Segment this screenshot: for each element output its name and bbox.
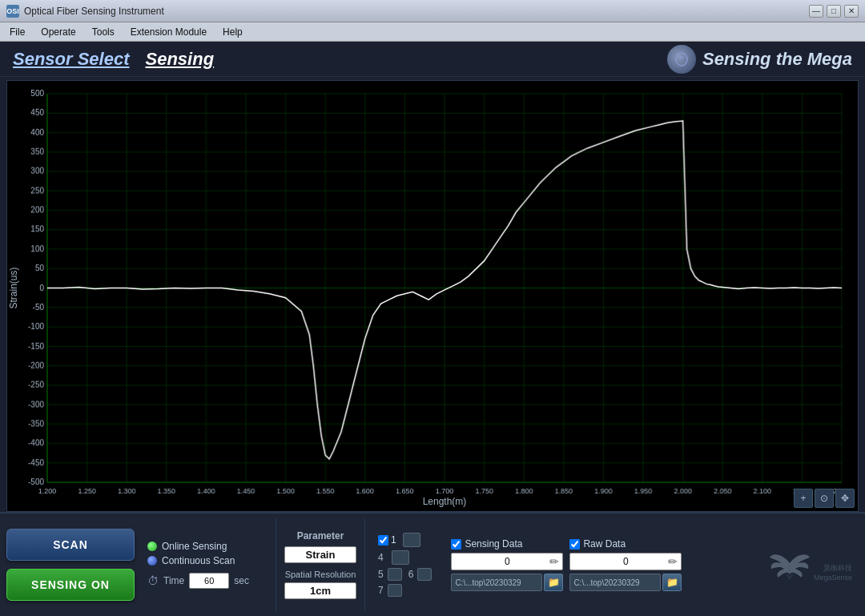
nav-sensing[interactable]: Sensing xyxy=(146,49,215,70)
menu-file[interactable]: File xyxy=(3,25,31,39)
menu-extension[interactable]: Extension Module xyxy=(124,25,213,39)
header-nav: Sensor Select Sensing Sensing the Mega xyxy=(0,42,865,77)
time-row: ⏱ Time sec xyxy=(147,573,263,589)
raw-data-label: Raw Data xyxy=(583,538,626,550)
raw-data-value-box: 0 ✏ xyxy=(569,553,682,570)
titlebar: OSI Optical Fiber Sensing Instrument — □… xyxy=(0,0,865,22)
channel-row-4: 7 xyxy=(378,584,432,597)
sensing-data-folder-button[interactable]: 📁 xyxy=(544,574,563,591)
channel-row-3: 5 6 xyxy=(378,568,432,581)
channel-row-2: 4 xyxy=(378,550,432,565)
app-icon: OSI xyxy=(6,5,19,18)
continuous-scan-row: Continuous Scan xyxy=(147,555,263,566)
channel-6: 6 xyxy=(408,568,432,581)
channel-4-label: 4 xyxy=(378,552,384,563)
channel-6-box xyxy=(417,568,432,581)
channel-panel: 1 4 5 6 xyxy=(372,518,438,611)
app-title: Optical Fiber Sensing Instrument xyxy=(24,6,804,17)
continuous-scan-led xyxy=(147,556,157,566)
channel-1-checkbox[interactable] xyxy=(378,535,388,546)
window-controls: — □ ✕ xyxy=(809,5,859,18)
chart-container: + ⊙ ✥ xyxy=(6,80,859,512)
channel-6-label: 6 xyxy=(408,569,414,580)
scan-button[interactable]: SCAN xyxy=(6,529,135,561)
megasense-watermark: 昊衡科技 MegaSense xyxy=(814,563,852,583)
sensing-data-value-box: 0 ✏ xyxy=(451,553,563,570)
brand-text: Sensing the Mega xyxy=(702,49,852,70)
time-icon: ⏱ xyxy=(147,574,159,587)
nav-sensor-select[interactable]: Sensor Select xyxy=(13,49,130,70)
maximize-button[interactable]: □ xyxy=(827,5,841,18)
chart-controls: + ⊙ ✥ xyxy=(794,489,855,508)
channel-7-label: 7 xyxy=(378,585,384,596)
minimize-button[interactable]: — xyxy=(809,5,823,18)
channel-5-box xyxy=(388,568,402,581)
sensing-data-value: 0 xyxy=(505,556,510,567)
channel-1: 1 xyxy=(378,533,396,547)
brand-bird-logo xyxy=(766,543,814,583)
sensing-data-checkbox[interactable] xyxy=(451,539,461,550)
sensing-data-path: C:\...top\20230329 xyxy=(451,574,542,591)
parameter-panel: Parameter Strain Spatial Resolution 1cm xyxy=(276,518,365,611)
zoom-out-button[interactable]: ⊙ xyxy=(815,489,834,508)
online-sensing-label: Online Sensing xyxy=(162,541,227,552)
time-unit: sec xyxy=(234,575,249,586)
brand-logo xyxy=(667,45,696,74)
zoom-in-button[interactable]: + xyxy=(794,489,813,508)
raw-data-path-row: C:\...top\20230329 📁 xyxy=(569,574,682,591)
menubar: File Operate Tools Extension Module Help xyxy=(0,22,865,42)
pan-button[interactable]: ✥ xyxy=(835,489,855,508)
menu-operate[interactable]: Operate xyxy=(34,25,82,39)
continuous-scan-label: Continuous Scan xyxy=(162,555,235,566)
parameter-value[interactable]: Strain xyxy=(284,546,356,563)
spatial-resolution-label: Spatial Resolution xyxy=(285,570,356,579)
sensing-options-panel: Online Sensing Continuous Scan ⏱ Time se… xyxy=(141,518,269,611)
raw-data-checkbox[interactable] xyxy=(569,539,580,550)
channel-2-box xyxy=(403,533,420,547)
sensing-data-header: Sensing Data xyxy=(451,538,563,550)
data-panels: Sensing Data 0 ✏ C:\...top\20230329 📁 Ra… xyxy=(445,518,859,611)
raw-data-panel: Raw Data 0 ✏ C:\...top\20230329 📁 xyxy=(569,538,682,591)
raw-data-header: Raw Data xyxy=(569,538,682,550)
raw-data-value: 0 xyxy=(623,556,629,567)
spatial-resolution-value[interactable]: 1cm xyxy=(284,582,356,599)
sensing-on-button[interactable]: SENSING ON xyxy=(6,569,135,601)
online-sensing-led xyxy=(147,542,157,551)
channel-7: 7 xyxy=(378,584,402,597)
raw-data-path: C:\...top\20230329 xyxy=(569,574,661,591)
chart-canvas xyxy=(7,81,858,511)
scan-buttons: SCAN SENSING ON xyxy=(6,518,135,611)
time-input[interactable] xyxy=(189,573,229,589)
menu-tools[interactable]: Tools xyxy=(86,25,121,39)
bottom-panel: SCAN SENSING ON Online Sensing Continuou… xyxy=(0,512,865,616)
channel-4-box xyxy=(392,550,409,565)
raw-data-folder-button[interactable]: 📁 xyxy=(662,574,682,591)
time-label: Time xyxy=(163,575,184,586)
sensing-data-label: Sensing Data xyxy=(465,538,522,550)
menu-help[interactable]: Help xyxy=(216,25,249,39)
sensing-data-path-row: C:\...top\20230329 📁 xyxy=(451,574,563,591)
main-area: Sensor Select Sensing Sensing the Mega +… xyxy=(0,42,865,616)
online-sensing-row: Online Sensing xyxy=(147,541,263,552)
channel-4: 4 xyxy=(378,550,385,565)
close-button[interactable]: ✕ xyxy=(844,5,859,18)
raw-data-edit-icon[interactable]: ✏ xyxy=(668,555,678,568)
channel-1-label: 1 xyxy=(391,534,396,546)
channel-5: 5 xyxy=(378,568,402,581)
brand: Sensing the Mega xyxy=(667,45,852,74)
parameter-title: Parameter xyxy=(297,530,344,542)
channel-7-box xyxy=(388,584,402,597)
sensing-data-panel: Sensing Data 0 ✏ C:\...top\20230329 📁 xyxy=(451,538,563,591)
channel-row-1: 1 xyxy=(378,533,432,547)
sensing-data-edit-icon[interactable]: ✏ xyxy=(549,555,559,568)
channel-5-label: 5 xyxy=(378,569,384,580)
